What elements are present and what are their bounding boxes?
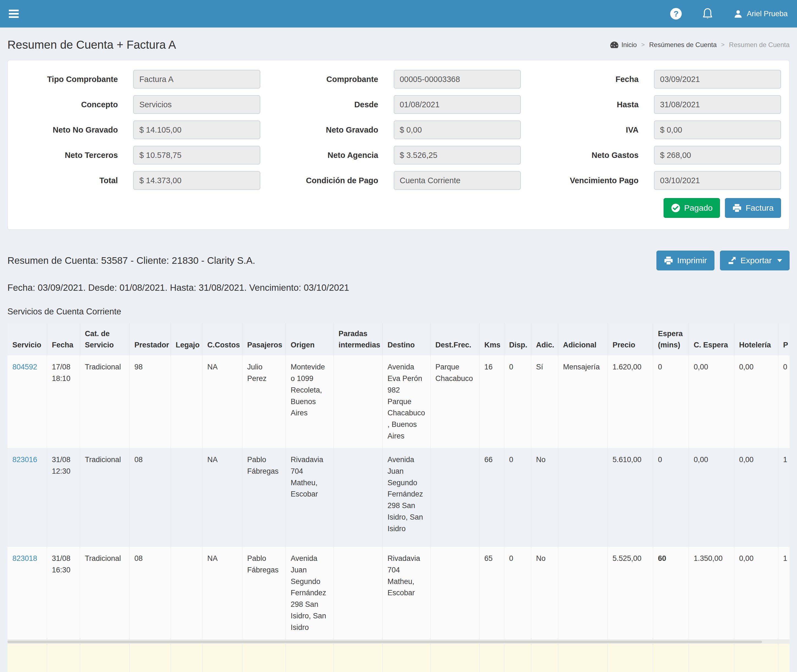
footer-cell — [333, 644, 382, 672]
table-cell: Montevideo 1099 Recoleta, Buenos Aires — [286, 355, 333, 448]
fecha-field[interactable]: 03/09/2021 — [654, 70, 781, 89]
field-label: Fecha — [537, 75, 654, 84]
iva-field[interactable]: $ 0,00 — [654, 120, 781, 139]
footer-cell — [558, 644, 607, 672]
user-name: Ariel Prueba — [747, 10, 787, 18]
field-label: Vencimiento Pago — [537, 176, 654, 185]
service-link[interactable]: 823016 — [12, 456, 37, 464]
footer-cell — [382, 644, 430, 672]
breadcrumb-parent[interactable]: Resúmenes de Cuenta — [649, 41, 717, 49]
imprimir-button[interactable]: Imprimir — [656, 251, 714, 270]
table-cell: 1.620,00 — [607, 355, 653, 448]
invoice-panel: Tipo ComprobanteFactura A Comprobante000… — [7, 60, 790, 230]
table-cell: 0,00 — [688, 355, 734, 448]
table-cell: 0 — [653, 448, 688, 547]
column-header: Prestador — [129, 323, 171, 355]
table-cell — [430, 448, 479, 547]
scrollbar-thumb[interactable] — [7, 641, 762, 643]
table-cell: 1 — [778, 547, 790, 640]
table-cell: 0,00 — [734, 448, 778, 547]
services-table: ServicioFechaCat. de ServicioPrestadorLe… — [7, 323, 790, 640]
notifications-button[interactable] — [702, 8, 713, 20]
table-cell: Avenida Juan Segundo Fernández 298 San I… — [286, 547, 333, 640]
footer-cell — [653, 644, 688, 672]
field-label: Neto Agencia — [276, 151, 394, 160]
table-cell: Tradicional — [80, 355, 129, 448]
column-header: Dest.Frec. — [430, 323, 479, 355]
horizontal-scrollbar[interactable] — [7, 640, 790, 644]
table-cell: Pablo Fábregas — [242, 547, 286, 640]
table-cell: Avenida Eva Perón 982 Parque Chacabuco, … — [382, 355, 430, 448]
table-cell: 0,00 — [734, 547, 778, 640]
total-field[interactable]: $ 14.373,00 — [133, 171, 260, 190]
table-cell: Rivadavia 704 Matheu, Escobar — [382, 547, 430, 640]
table-cell: 31/08 16:30 — [47, 547, 80, 640]
table-cell: 0,00 — [688, 448, 734, 547]
footer-cell — [80, 644, 129, 672]
footer-cell — [504, 644, 531, 672]
table-cell: 66 — [479, 448, 504, 547]
services-subheading: Servicios de Cuenta Corriente — [7, 307, 790, 317]
service-link[interactable]: 823018 — [12, 554, 37, 563]
check-circle-icon — [671, 203, 680, 213]
neto-no-gravado-field[interactable]: $ 14.105,00 — [133, 120, 260, 139]
help-button[interactable]: ? — [670, 8, 682, 19]
field-label: Tipo Comprobante — [16, 75, 133, 84]
table-row: 80459217/08 18:10Tradicional98NAJulio Pe… — [7, 355, 790, 448]
sidebar-toggle-button[interactable] — [0, 0, 27, 27]
field-label: IVA — [537, 125, 654, 134]
vencimiento-pago-field[interactable]: 03/10/2021 — [654, 171, 781, 190]
column-header: Legajo — [171, 323, 202, 355]
breadcrumb: Inicio > Resúmenes de Cuenta > Resumen d… — [610, 41, 790, 49]
table-cell: 08 — [129, 448, 171, 547]
table-row: 82301631/08 12:30Tradicional08NAPablo Fá… — [7, 448, 790, 547]
column-header: Destino — [382, 323, 430, 355]
column-header: C.Costos — [202, 323, 242, 355]
pagado-button[interactable]: Pagado — [664, 198, 720, 218]
printer-icon — [732, 203, 742, 213]
column-header: Origen — [286, 323, 333, 355]
table-cell: 823018 — [7, 547, 47, 640]
footer-cell — [607, 644, 653, 672]
neto-gastos-field[interactable]: $ 268,00 — [654, 146, 781, 165]
table-cell: 16 — [479, 355, 504, 448]
hamburger-icon — [9, 10, 19, 18]
table-cell — [333, 448, 382, 547]
comprobante-field[interactable]: 00005-00003368 — [394, 70, 521, 89]
table-cell: Avenida Juan Segundo Fernández 298 San I… — [382, 448, 430, 547]
breadcrumb-home[interactable]: Inicio — [610, 41, 637, 49]
exportar-button[interactable]: Exportar — [720, 251, 790, 270]
table-cell: 0 — [504, 448, 531, 547]
imprimir-label: Imprimir — [677, 256, 707, 265]
table-cell: 31/08 12:30 — [47, 448, 80, 547]
user-icon — [733, 9, 743, 18]
factura-button[interactable]: Factura — [725, 198, 781, 218]
table-cell: 0,00 — [734, 355, 778, 448]
neto-terceros-field[interactable]: $ 10.578,75 — [133, 146, 260, 165]
table-cell: 0 — [653, 355, 688, 448]
tipo-comprobante-field[interactable]: Factura A — [133, 70, 260, 89]
column-header: Servicio — [7, 323, 47, 355]
user-menu[interactable]: Ariel Prueba — [733, 9, 787, 18]
column-header: Pasajeros — [242, 323, 286, 355]
table-cell — [171, 355, 202, 448]
table-cell: NA — [202, 355, 242, 448]
table-cell: 65 — [479, 547, 504, 640]
breadcrumb-parent-label: Resúmenes de Cuenta — [649, 41, 717, 49]
concepto-field[interactable]: Servicios — [133, 95, 260, 114]
table-cell — [171, 448, 202, 547]
table-cell: No — [531, 448, 558, 547]
hasta-field[interactable]: 31/08/2021 — [654, 95, 781, 114]
condicion-pago-field[interactable]: Cuenta Corriente — [394, 171, 521, 190]
service-link[interactable]: 804592 — [12, 363, 37, 371]
neto-agencia-field[interactable]: $ 3.526,25 — [394, 146, 521, 165]
invoice-form: Tipo ComprobanteFactura A Comprobante000… — [16, 70, 781, 190]
column-header: Disp. — [504, 323, 531, 355]
table-cell: 5.525,00 — [607, 547, 653, 640]
field-label: Neto Terceros — [16, 151, 133, 160]
desde-field[interactable]: 01/08/2021 — [394, 95, 521, 114]
table-cell: Sí — [531, 355, 558, 448]
neto-gravado-field[interactable]: $ 0,00 — [394, 120, 521, 139]
breadcrumb-separator: > — [641, 41, 645, 48]
footer-cell — [430, 644, 479, 672]
